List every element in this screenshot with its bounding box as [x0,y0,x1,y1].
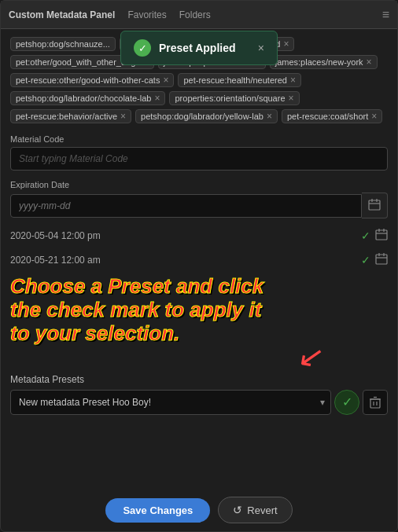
tag-label: properties:orientation/square [175,94,285,103]
tab-favorites[interactable]: Favorites [127,3,166,27]
revert-label: Revert [247,504,277,516]
tag-remove-icon[interactable]: × [163,75,168,85]
tag-label: james:places/new-york [275,57,363,67]
preset-row: New metadata Preset Hoo Boy! ▾ ✓ [10,390,388,415]
preset-apply-button[interactable]: ✓ [334,390,359,415]
apply-check-icon: ✓ [342,394,352,409]
material-code-section: Material Code [1,130,397,175]
tag-label: petshop:dog/labrador/yellow-lab [141,112,263,121]
save-button[interactable]: Save Changes [105,498,210,523]
tag-10: pet-rescue:behavior/active × [10,109,131,123]
instruction-line3: to your selection. [10,321,179,345]
calendar-icon[interactable] [375,228,388,243]
menu-icon[interactable]: ≡ [382,8,389,22]
tag-label: pet-rescue:health/neutered [183,75,286,85]
panel-header: Custom Metadata Panel Favorites Folders … [1,1,397,29]
footer: Save Changes ↺ Revert [1,489,397,531]
svg-rect-0 [369,200,380,210]
tag-label: pet-rescue:coat/short [287,112,368,121]
material-code-input[interactable] [10,147,388,171]
preset-applied-toast: ✓ Preset Applied × [120,31,278,65]
check-icon: ✓ [361,254,370,266]
toast-message: Preset Applied [159,42,250,54]
tag-remove-icon[interactable]: × [367,57,372,67]
date-value: 2020-05-21 12:00 am [10,255,101,266]
tag-remove-icon[interactable]: × [283,39,289,49]
tag-11: petshop:dog/labrador/yellow-lab × [135,109,278,123]
check-icon: ✓ [361,229,370,242]
tag-remove-icon[interactable]: × [120,112,126,121]
tag-label: petshop:dog/schnauze... [16,39,110,49]
tag-5: james:places/new-york × [270,55,378,69]
instruction-line2: the check mark to apply it [10,298,261,321]
expiration-date-label: Expiration Date [10,180,388,189]
panel-title: Custom Metadata Panel [9,9,115,20]
expiration-date-section: Expiration Date [1,175,397,223]
date-value: 2020-05-04 12:00 pm [10,230,101,241]
tab-folders[interactable]: Folders [179,3,211,27]
presets-label: Metadata Presets [10,374,388,385]
preset-select[interactable]: New metadata Preset Hoo Boy! [10,390,331,415]
header-tabs: Favorites Folders [127,3,381,27]
instruction-line1: Choose a Preset and click [10,274,263,298]
tag-remove-icon[interactable]: × [267,112,272,121]
tag-12: pet-rescue:coat/short × [282,109,382,123]
tag-label: petshop:dog/labrador/chocolate-lab [16,94,151,103]
tag-9: properties:orientation/square × [169,91,299,105]
date-input-row [10,193,388,218]
revert-button[interactable]: ↺ Revert [218,497,292,523]
presets-section: Metadata Presets New metadata Preset Hoo… [1,369,397,421]
svg-rect-12 [370,399,380,408]
tag-remove-icon[interactable]: × [290,75,296,85]
tag-7: pet-rescue:health/neutered × [178,73,301,87]
tag-remove-icon[interactable]: × [154,94,160,103]
calendar-button[interactable] [362,193,388,218]
calendar-icon[interactable] [375,252,388,267]
tag-remove-icon[interactable]: × [289,94,294,103]
date-row-actions: ✓ [361,252,388,267]
tag-8: petshop:dog/labrador/chocolate-lab × [10,91,165,105]
tag-6: pet-rescue:other/good-with-other-cats × [10,73,174,87]
trash-icon [370,396,381,409]
instruction-overlay: Choose a Preset and click the check mark… [1,272,397,346]
toast-close-button[interactable]: × [258,42,264,54]
toast-check-icon: ✓ [134,39,151,57]
arrow-container: ↙ [10,346,388,369]
instruction-text: Choose a Preset and click the check mark… [10,275,388,346]
tag-label: pet-rescue:behavior/active [16,112,117,121]
date-row-1: 2020-05-21 12:00 am ✓ [1,248,397,272]
svg-rect-8 [376,255,387,264]
date-row-actions: ✓ [361,228,388,243]
tag-remove-icon[interactable]: × [371,112,377,121]
preset-select-wrapper: New metadata Preset Hoo Boy! ▾ [10,390,331,415]
date-row-0: 2020-05-04 12:00 pm ✓ [1,223,397,248]
tag-label: pet-rescue:other/good-with-other-cats [16,75,160,85]
revert-icon: ↺ [233,504,242,516]
calendar-icon [368,198,381,211]
svg-rect-4 [376,230,387,240]
material-code-label: Material Code [10,134,388,144]
custom-metadata-panel: Custom Metadata Panel Favorites Folders … [0,0,398,532]
date-input[interactable] [10,194,362,218]
preset-delete-button[interactable] [363,390,388,415]
tag-0: petshop:dog/schnauze... [10,37,116,51]
